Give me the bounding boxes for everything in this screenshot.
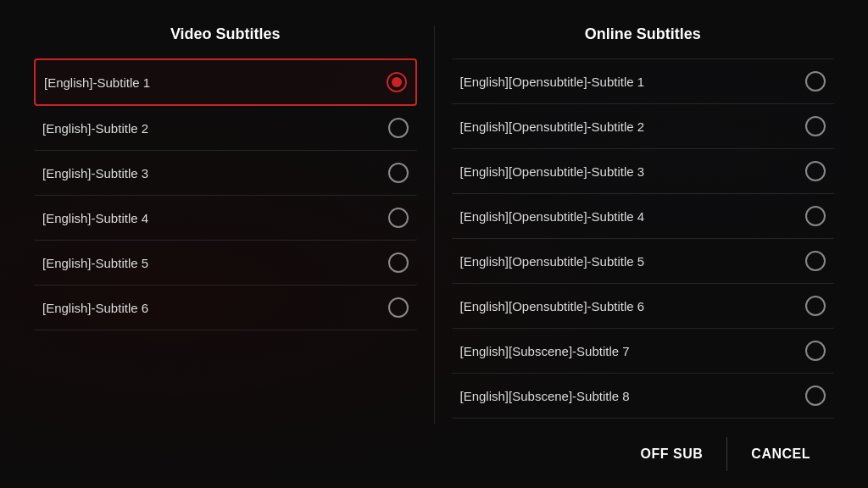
online-subtitle-item-1[interactable]: [English][Opensubtitle]-Subtitle 1 xyxy=(452,58,835,104)
video-subtitle-radio-1 xyxy=(387,72,407,92)
online-subtitle-radio-8 xyxy=(805,385,826,406)
online-subtitle-label-4: [English][Opensubtitle]-Subtitle 4 xyxy=(460,209,645,224)
online-subtitle-radio-7 xyxy=(805,341,826,361)
online-subtitle-radio-5 xyxy=(805,251,826,271)
online-subtitle-label-6: [English][Opensubtitle]-Subtitle 6 xyxy=(460,299,645,313)
online-subtitle-label-8: [English][Subscene]-Subtitle 8 xyxy=(460,389,630,403)
online-subtitle-item-2[interactable]: [English][Opensubtitle]-Subtitle 2 xyxy=(452,104,835,149)
video-subtitle-label-4: [English]-Subtitle 4 xyxy=(42,211,148,225)
online-subtitle-label-1: [English][Opensubtitle]-Subtitle 1 xyxy=(460,75,645,89)
online-subtitle-radio-6 xyxy=(805,296,826,316)
video-subtitle-item-2[interactable]: [English]-Subtitle 2 xyxy=(34,106,417,151)
columns-container: Video Subtitles [English]-Subtitle 1 [En… xyxy=(34,25,834,424)
off-sub-button[interactable]: OFF SUB xyxy=(617,438,727,470)
subtitle-dialog: Video Subtitles [English]-Subtitle 1 [En… xyxy=(0,0,868,488)
online-subtitle-item-8[interactable]: [English][Subscene]-Subtitle 8 xyxy=(452,374,835,419)
online-subtitle-item-6[interactable]: [English][Opensubtitle]-Subtitle 6 xyxy=(452,284,835,329)
video-subtitle-label-5: [English]-Subtitle 5 xyxy=(42,256,148,270)
video-subtitle-item-3[interactable]: [English]-Subtitle 3 xyxy=(34,151,417,196)
online-subtitle-radio-4 xyxy=(805,206,826,226)
online-subtitle-item-5[interactable]: [English][Opensubtitle]-Subtitle 5 xyxy=(452,239,835,284)
online-subtitle-radio-1 xyxy=(805,71,826,92)
video-subtitles-column: Video Subtitles [English]-Subtitle 1 [En… xyxy=(34,25,434,424)
online-subtitles-list: [English][Opensubtitle]-Subtitle 1 [Engl… xyxy=(452,58,835,419)
online-subtitles-column: Online Subtitles [English][Opensubtitle]… xyxy=(434,25,835,424)
video-subtitles-title: Video Subtitles xyxy=(34,25,417,43)
video-subtitle-label-1: [English]-Subtitle 1 xyxy=(44,75,150,90)
video-subtitle-label-3: [English]-Subtitle 3 xyxy=(42,166,148,180)
online-subtitle-label-2: [English][Opensubtitle]-Subtitle 2 xyxy=(460,119,645,134)
video-subtitle-radio-inner-1 xyxy=(392,77,402,87)
cancel-button[interactable]: CANCEL xyxy=(727,438,834,470)
video-subtitle-item-5[interactable]: [English]-Subtitle 5 xyxy=(34,241,417,286)
video-subtitle-item-6[interactable]: [English]-Subtitle 6 xyxy=(34,286,417,330)
video-subtitle-radio-6 xyxy=(388,297,409,318)
video-subtitle-label-2: [English]-Subtitle 2 xyxy=(42,121,148,136)
video-subtitle-radio-3 xyxy=(388,163,409,183)
footer: OFF SUB CANCEL xyxy=(34,424,834,471)
online-subtitle-label-7: [English][Subscene]-Subtitle 7 xyxy=(460,344,630,358)
online-subtitle-item-4[interactable]: [English][Opensubtitle]-Subtitle 4 xyxy=(452,194,835,239)
video-subtitle-item-1[interactable]: [English]-Subtitle 1 xyxy=(34,58,417,106)
video-subtitles-list: [English]-Subtitle 1 [English]-Subtitle … xyxy=(34,58,417,330)
video-subtitle-label-6: [English]-Subtitle 6 xyxy=(42,301,148,315)
online-subtitle-item-7[interactable]: [English][Subscene]-Subtitle 7 xyxy=(452,329,835,374)
online-subtitle-label-3: [English][Opensubtitle]-Subtitle 3 xyxy=(460,164,645,179)
online-subtitle-radio-3 xyxy=(805,161,826,181)
video-subtitle-radio-4 xyxy=(388,208,409,228)
online-subtitle-radio-2 xyxy=(805,116,826,136)
video-subtitle-radio-2 xyxy=(388,118,409,138)
video-subtitle-item-4[interactable]: [English]-Subtitle 4 xyxy=(34,196,417,241)
online-subtitle-item-3[interactable]: [English][Opensubtitle]-Subtitle 3 xyxy=(452,149,835,194)
online-subtitles-title: Online Subtitles xyxy=(452,25,835,43)
online-subtitle-label-5: [English][Opensubtitle]-Subtitle 5 xyxy=(460,254,645,269)
video-subtitle-radio-5 xyxy=(388,252,409,273)
